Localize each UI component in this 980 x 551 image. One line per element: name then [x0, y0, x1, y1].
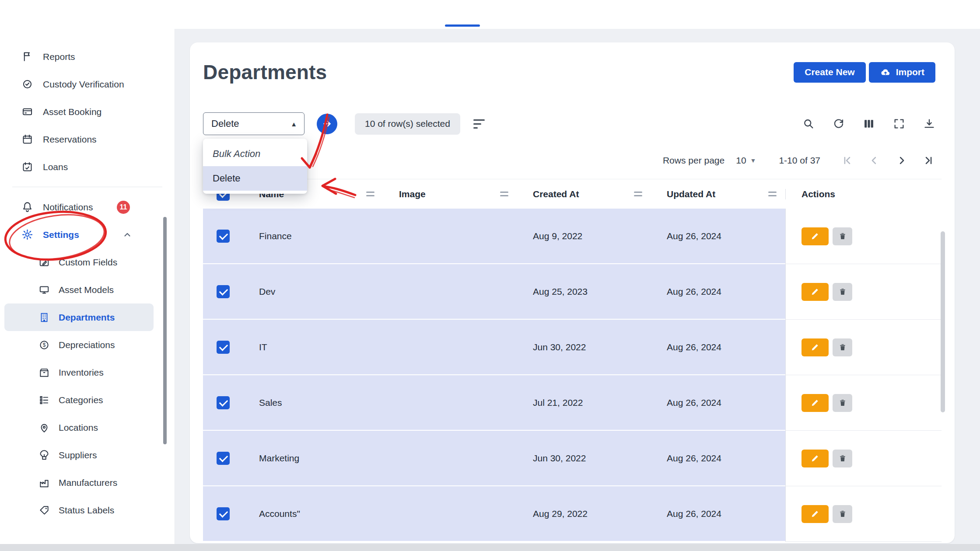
column-drag-handle[interactable] [366, 192, 374, 196]
sidebar-item-status-labels[interactable]: Status Labels [4, 496, 154, 524]
sidebar-item-settings[interactable]: Settings [0, 221, 175, 248]
edit-button[interactable] [802, 338, 829, 356]
edit-button[interactable] [802, 450, 829, 467]
refresh-icon[interactable] [833, 118, 845, 130]
menu-item-delete[interactable]: Delete [203, 166, 307, 191]
cell-image [383, 486, 517, 542]
sidebar-item-label: Settings [43, 230, 79, 240]
trash-icon [838, 509, 847, 518]
sidebar-item-label: Locations [59, 422, 98, 433]
import-button[interactable]: Import [869, 62, 935, 83]
sidebar-item-manufacturers[interactable]: Manufacturers [4, 469, 154, 496]
cell-name: Marketing [243, 431, 383, 486]
gear-icon [21, 229, 33, 241]
sidebar-item-asset-booking[interactable]: Asset Booking [0, 98, 175, 126]
sidebar-item-label: Depreciations [59, 340, 115, 350]
first-page-button[interactable] [840, 154, 853, 167]
column-drag-handle[interactable] [500, 192, 508, 196]
sidebar-item-label: Asset Booking [43, 107, 102, 117]
cell-updated-at: Aug 26, 2024 [651, 320, 785, 375]
table-row: Marketing Jun 30, 2022 Aug 26, 2024 [203, 431, 942, 486]
menu-item-bulk-action[interactable]: Bulk Action [203, 142, 307, 166]
last-page-button[interactable] [923, 154, 935, 167]
pagination-range: 1-10 of 37 [779, 155, 820, 166]
sidebar-item-departments[interactable]: Departments [4, 303, 154, 331]
download-icon[interactable] [923, 118, 935, 130]
map-pin-icon [38, 422, 50, 433]
table-header: Name Image Created At Updated At [203, 179, 942, 209]
cell-image [383, 431, 517, 486]
delete-button[interactable] [833, 505, 852, 523]
search-icon[interactable] [802, 118, 815, 130]
row-checkbox[interactable] [217, 452, 230, 465]
edit-button[interactable] [802, 283, 829, 301]
active-tab-indicator [445, 24, 480, 27]
rows-per-page-label: Rows per page [663, 155, 724, 166]
sidebar-item-custody-verification[interactable]: Custody Verification [0, 70, 175, 98]
monitor-icon [38, 284, 50, 296]
row-checkbox[interactable] [217, 230, 230, 243]
row-checkbox[interactable] [217, 507, 230, 520]
sidebar-item-suppliers[interactable]: Suppliers [4, 441, 154, 469]
cell-image [383, 375, 517, 431]
edit-button[interactable] [802, 227, 829, 245]
sidebar-item-locations[interactable]: Locations [4, 414, 154, 441]
custom-fields-icon [38, 257, 50, 268]
dollar-circle-icon: $ [38, 339, 50, 351]
horizontal-scrollbar-track[interactable] [0, 544, 980, 551]
edit-button[interactable] [802, 394, 829, 412]
cell-image [383, 320, 517, 375]
filter-sort-icon[interactable] [473, 119, 485, 129]
pencil-icon [810, 453, 820, 463]
create-new-button[interactable]: Create New [794, 62, 865, 83]
delete-button[interactable] [833, 338, 852, 356]
sidebar-item-label: Reports [43, 52, 75, 62]
row-checkbox[interactable] [217, 396, 230, 409]
sidebar-item-inventories[interactable]: Inventories [4, 359, 154, 386]
next-page-button[interactable] [896, 154, 908, 167]
delete-button[interactable] [833, 394, 852, 412]
column-header-image: Image [399, 189, 426, 199]
column-drag-handle[interactable] [634, 192, 642, 196]
delete-button[interactable] [833, 450, 852, 467]
apply-bulk-action-button[interactable] [317, 114, 337, 134]
edit-button[interactable] [802, 505, 829, 523]
import-label: Import [896, 67, 924, 77]
sidebar-scrollbar[interactable] [163, 217, 167, 444]
sidebar-item-label: Status Labels [59, 505, 114, 516]
cell-updated-at: Aug 26, 2024 [651, 264, 785, 320]
sidebar-item-label: Loans [43, 162, 68, 172]
trash-icon [838, 232, 847, 241]
column-drag-handle[interactable] [768, 192, 777, 196]
sidebar-item-depreciations[interactable]: $ Depreciations [4, 331, 154, 359]
delete-button[interactable] [833, 283, 852, 301]
sidebar-item-notifications[interactable]: Notifications 11 [0, 193, 175, 221]
cell-updated-at: Aug 26, 2024 [651, 431, 785, 486]
previous-page-button[interactable] [868, 154, 880, 167]
sidebar-item-label: Categories [59, 395, 103, 405]
verification-badge-icon [21, 78, 33, 91]
pencil-icon [810, 398, 820, 408]
sidebar-item-label: Reservations [43, 134, 97, 145]
fullscreen-icon[interactable] [893, 118, 905, 130]
row-checkbox[interactable] [217, 285, 230, 298]
sidebar-item-asset-models[interactable]: Asset Models [4, 276, 154, 303]
sidebar-item-categories[interactable]: Categories [4, 386, 154, 414]
tag-icon [38, 505, 50, 516]
cell-name: Sales [243, 375, 383, 431]
columns-icon[interactable] [863, 118, 875, 130]
sidebar-item-reports[interactable]: Reports [0, 43, 175, 70]
cell-updated-at: Aug 26, 2024 [651, 375, 785, 431]
caret-down-icon: ▼ [750, 157, 756, 164]
sidebar-divider [12, 187, 162, 187]
sidebar-item-reservations[interactable]: Reservations [0, 126, 175, 153]
pencil-icon [810, 287, 820, 296]
delete-button[interactable] [833, 227, 852, 245]
rows-per-page-select[interactable]: 10 ▼ [736, 155, 756, 166]
sidebar-item-loans[interactable]: Loans [0, 153, 175, 181]
table-row: Sales Jul 21, 2022 Aug 26, 2024 [203, 375, 942, 431]
sidebar-item-custom-fields[interactable]: Custom Fields [4, 248, 154, 276]
row-checkbox[interactable] [217, 341, 230, 354]
bulk-action-select[interactable]: Delete ▲ [203, 112, 304, 135]
table-scrollbar[interactable] [941, 231, 945, 412]
